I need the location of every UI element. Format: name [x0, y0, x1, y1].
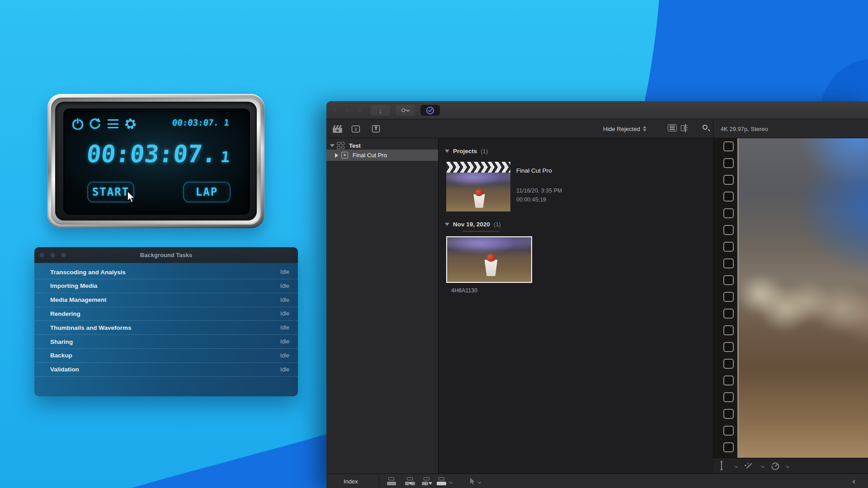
- project-chevron-strip: [446, 162, 510, 173]
- updown-chevron-icon: [643, 126, 646, 131]
- event-name: Final Cut Pro: [353, 152, 387, 159]
- collapse-chevron[interactable]: ‹: [853, 476, 855, 486]
- disclosure-right-icon[interactable]: [335, 153, 338, 158]
- event-star-icon: ★: [341, 152, 348, 159]
- power-icon[interactable]: [71, 117, 84, 130]
- sprocket-hole: [723, 309, 734, 319]
- project-title: Final Cut Pro: [516, 167, 552, 174]
- disclosure-down-icon[interactable]: [445, 223, 449, 226]
- task-name: Transcoding and Analysis: [50, 269, 280, 276]
- key-icon: [401, 108, 410, 113]
- background-tasks-titlebar: Background Tasks: [34, 247, 298, 263]
- append-edit-button[interactable]: [421, 477, 432, 485]
- enhance-wand-button[interactable]: [744, 462, 753, 473]
- titles-icon: T: [372, 125, 380, 132]
- library-name: Test: [349, 142, 361, 149]
- task-row: Importing MediaIdle: [34, 279, 298, 293]
- task-name: Thumbnails and Waveforms: [50, 324, 280, 331]
- download-button[interactable]: ↓: [371, 105, 390, 116]
- date-header-label: Nov 19, 2020: [453, 221, 490, 228]
- tenths-digit: 1: [220, 148, 231, 166]
- sprocket-hole: [723, 175, 734, 185]
- sprocket-hole: [723, 442, 734, 452]
- key-button[interactable]: [396, 105, 415, 116]
- stopwatch-screen: 00:03:07. 1 88:88:88. 00:03:07.1 START L…: [63, 108, 250, 215]
- task-status: Idle: [280, 324, 289, 331]
- libraries-tab[interactable]: ★: [333, 123, 342, 134]
- transform-tool-button[interactable]: [721, 461, 722, 470]
- overwrite-dropdown-chevron[interactable]: [449, 480, 453, 483]
- close-button[interactable]: [333, 108, 338, 113]
- tool-dropdown-chevron[interactable]: [477, 480, 481, 483]
- menu-icon[interactable]: [107, 117, 119, 130]
- task-row: SharingIdle: [34, 335, 298, 349]
- disclosure-down-icon[interactable]: [445, 150, 449, 153]
- project-item[interactable]: [446, 162, 510, 211]
- filmstrip-view-button[interactable]: [685, 124, 686, 132]
- lap-button[interactable]: LAP: [183, 182, 231, 202]
- task-name: Backup: [50, 352, 280, 359]
- retime-gauge-icon: [771, 462, 780, 471]
- disclosure-down-icon[interactable]: [330, 144, 335, 147]
- project-date: 11/16/20, 3:35 PM: [516, 188, 562, 194]
- task-status: Idle: [280, 366, 289, 373]
- project-duration: 00:00:45;19: [516, 197, 546, 203]
- check-extension-button[interactable]: [420, 105, 440, 116]
- clapperboard-icon: ★: [333, 125, 342, 133]
- fcp-viewer: [713, 138, 868, 458]
- titles-generators-tab[interactable]: T: [372, 123, 380, 134]
- overwrite-edit-button[interactable]: [436, 477, 447, 485]
- sprocket-hole: [723, 359, 734, 369]
- zoom-button[interactable]: [357, 108, 362, 113]
- clip-thumbnail: [447, 237, 531, 282]
- sprocket-hole: [723, 426, 734, 436]
- sidebar-event-final-cut-pro[interactable]: ★ Final Cut Pro: [326, 150, 438, 161]
- task-row: ValidationIdle: [34, 363, 298, 377]
- task-status: Idle: [280, 269, 289, 275]
- minimize-button[interactable]: [50, 253, 55, 258]
- reset-icon[interactable]: [89, 117, 101, 130]
- browser-viewer-divider[interactable]: [713, 119, 713, 458]
- sprocket-hole: [723, 292, 734, 302]
- task-row: RenderingIdle: [34, 307, 298, 321]
- filter-dropdown[interactable]: Hide Rejected: [603, 119, 646, 138]
- window-title: Background Tasks: [140, 252, 192, 258]
- index-button[interactable]: Index: [340, 474, 362, 488]
- zoom-button[interactable]: [61, 253, 66, 258]
- viewer-video-frame: [739, 138, 868, 458]
- clip-appearance-button[interactable]: [668, 124, 677, 131]
- arrow-tool-button[interactable]: [469, 477, 475, 487]
- date-section-header[interactable]: Nov 19, 2020 (1): [445, 220, 501, 229]
- fcp-titlebar: ↓: [326, 101, 868, 119]
- gear-icon[interactable]: [124, 117, 137, 130]
- sprocket-hole: [723, 225, 734, 235]
- task-row: Thumbnails and WaveformsIdle: [34, 321, 298, 335]
- start-button[interactable]: START: [87, 182, 134, 202]
- clip-range-line: [462, 231, 500, 232]
- close-button[interactable]: [39, 253, 44, 258]
- task-status: Idle: [280, 310, 289, 317]
- task-name: Importing Media: [50, 282, 280, 289]
- connect-edit-button[interactable]: [386, 477, 397, 485]
- sprocket-hole: [723, 325, 734, 335]
- task-row: BackupIdle: [34, 349, 298, 363]
- task-name: Validation: [50, 366, 280, 373]
- insert-edit-button[interactable]: [405, 477, 415, 485]
- sprocket-hole: [723, 258, 734, 268]
- task-status: Idle: [280, 352, 289, 359]
- music-note-icon: ♪: [352, 126, 360, 132]
- sprocket-hole: [723, 409, 734, 419]
- check-circle-icon: [426, 106, 434, 115]
- retime-button[interactable]: [771, 462, 780, 473]
- task-name: Media Management: [50, 296, 280, 303]
- clip-item-selected[interactable]: [446, 236, 532, 283]
- sprocket-hole: [723, 158, 734, 168]
- background-tasks-list: Transcoding and AnalysisIdleImporting Me…: [34, 263, 298, 396]
- photos-audio-tab[interactable]: ♪: [352, 123, 360, 134]
- task-status: Idle: [280, 338, 289, 345]
- minimize-button[interactable]: [345, 108, 350, 113]
- projects-section-header[interactable]: Projects (1): [445, 146, 488, 155]
- clip-format-label: 4K 29.97p, Stereo: [721, 119, 768, 138]
- sprocket-hole: [723, 392, 734, 402]
- fcp-toolbar: ★ ♪ T Hide Rejected 4K 29.97p, Stereo: [326, 119, 868, 138]
